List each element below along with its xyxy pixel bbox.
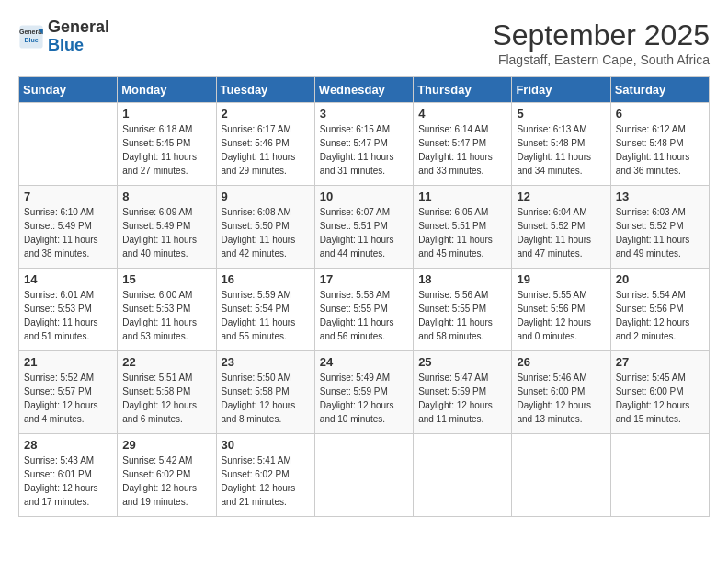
day-info: Sunrise: 6:10 AM Sunset: 5:49 PM Dayligh… (24, 205, 112, 260)
day-info: Sunrise: 5:58 AM Sunset: 5:55 PM Dayligh… (320, 288, 408, 343)
day-info: Sunrise: 5:54 AM Sunset: 5:56 PM Dayligh… (616, 288, 704, 343)
day-number: 3 (320, 107, 408, 121)
day-info: Sunrise: 6:08 AM Sunset: 5:50 PM Dayligh… (222, 205, 310, 260)
calendar-cell: 18Sunrise: 5:56 AM Sunset: 5:55 PM Dayli… (414, 269, 512, 351)
day-info: Sunrise: 5:55 AM Sunset: 5:56 PM Dayligh… (517, 288, 605, 343)
day-info: Sunrise: 6:14 AM Sunset: 5:47 PM Dayligh… (418, 122, 506, 178)
calendar-cell: 27Sunrise: 5:45 AM Sunset: 6:00 PM Dayli… (610, 351, 709, 434)
calendar-cell: 6Sunrise: 6:12 AM Sunset: 5:48 PM Daylig… (610, 103, 709, 186)
calendar-week-row: 14Sunrise: 6:01 AM Sunset: 5:53 PM Dayli… (19, 269, 710, 351)
calendar-cell: 11Sunrise: 6:05 AM Sunset: 5:51 PM Dayli… (414, 186, 512, 269)
day-number: 15 (122, 272, 210, 286)
calendar-week-row: 28Sunrise: 5:43 AM Sunset: 6:01 PM Dayli… (19, 434, 710, 517)
day-info: Sunrise: 6:17 AM Sunset: 5:46 PM Dayligh… (222, 122, 310, 178)
day-number: 13 (616, 190, 704, 203)
calendar-cell: 22Sunrise: 5:51 AM Sunset: 5:58 PM Dayli… (118, 351, 216, 434)
day-number: 19 (517, 272, 605, 286)
day-number: 16 (222, 272, 310, 286)
logo-blue: Blue (48, 37, 109, 55)
day-number: 14 (24, 272, 112, 286)
day-number: 27 (616, 355, 704, 369)
logo-general: General (48, 18, 109, 37)
calendar-week-row: 21Sunrise: 5:52 AM Sunset: 5:57 PM Dayli… (19, 351, 710, 434)
day-info: Sunrise: 5:59 AM Sunset: 5:54 PM Dayligh… (222, 288, 310, 343)
day-number: 8 (122, 190, 210, 203)
calendar-cell: 25Sunrise: 5:47 AM Sunset: 5:59 PM Dayli… (414, 351, 512, 434)
day-info: Sunrise: 5:56 AM Sunset: 5:55 PM Dayligh… (418, 288, 506, 343)
day-number: 29 (122, 438, 210, 452)
calendar-cell: 23Sunrise: 5:50 AM Sunset: 5:58 PM Dayli… (216, 351, 314, 434)
day-number: 28 (24, 438, 112, 452)
day-info: Sunrise: 6:00 AM Sunset: 5:53 PM Dayligh… (122, 288, 210, 343)
calendar-cell: 21Sunrise: 5:52 AM Sunset: 5:57 PM Dayli… (19, 351, 118, 434)
calendar-cell (19, 103, 118, 186)
calendar-week-row: 7Sunrise: 6:10 AM Sunset: 5:49 PM Daylig… (19, 186, 710, 269)
calendar-cell: 20Sunrise: 5:54 AM Sunset: 5:56 PM Dayli… (610, 269, 709, 351)
calendar-cell: 5Sunrise: 6:13 AM Sunset: 5:48 PM Daylig… (512, 103, 610, 186)
column-header-monday: Monday (118, 77, 216, 103)
day-number: 1 (122, 107, 210, 121)
calendar-header-row: SundayMondayTuesdayWednesdayThursdayFrid… (19, 77, 710, 103)
day-info: Sunrise: 6:03 AM Sunset: 5:52 PM Dayligh… (616, 205, 704, 260)
calendar-cell: 4Sunrise: 6:14 AM Sunset: 5:47 PM Daylig… (414, 103, 512, 186)
calendar-cell: 10Sunrise: 6:07 AM Sunset: 5:51 PM Dayli… (314, 186, 413, 269)
day-info: Sunrise: 5:41 AM Sunset: 6:02 PM Dayligh… (222, 454, 310, 509)
title-section: September 2025 Flagstaff, Eastern Cape, … (492, 18, 710, 67)
calendar-cell: 15Sunrise: 6:00 AM Sunset: 5:53 PM Dayli… (118, 269, 216, 351)
day-info: Sunrise: 5:52 AM Sunset: 5:57 PM Dayligh… (24, 371, 112, 426)
calendar-cell: 13Sunrise: 6:03 AM Sunset: 5:52 PM Dayli… (610, 186, 709, 269)
calendar-cell: 3Sunrise: 6:15 AM Sunset: 5:47 PM Daylig… (314, 103, 413, 186)
day-number: 21 (24, 355, 112, 369)
day-info: Sunrise: 5:49 AM Sunset: 5:59 PM Dayligh… (320, 371, 408, 426)
day-number: 20 (616, 272, 704, 286)
day-number: 10 (320, 190, 408, 203)
day-number: 30 (222, 438, 310, 452)
column-header-saturday: Saturday (610, 77, 709, 103)
day-info: Sunrise: 6:04 AM Sunset: 5:52 PM Dayligh… (517, 205, 605, 260)
calendar-cell: 30Sunrise: 5:41 AM Sunset: 6:02 PM Dayli… (216, 434, 314, 517)
month-title: September 2025 (492, 18, 710, 52)
day-number: 2 (222, 107, 310, 121)
calendar-cell: 24Sunrise: 5:49 AM Sunset: 5:59 PM Dayli… (314, 351, 413, 434)
day-number: 5 (517, 107, 605, 121)
calendar-cell: 16Sunrise: 5:59 AM Sunset: 5:54 PM Dayli… (216, 269, 314, 351)
day-number: 26 (517, 355, 605, 369)
calendar-cell (414, 434, 512, 517)
day-info: Sunrise: 5:51 AM Sunset: 5:58 PM Dayligh… (122, 371, 210, 426)
day-info: Sunrise: 5:42 AM Sunset: 6:02 PM Dayligh… (122, 454, 210, 509)
calendar-cell (610, 434, 709, 517)
day-number: 6 (616, 107, 704, 121)
location-subtitle: Flagstaff, Eastern Cape, South Africa (492, 52, 710, 67)
page-header: General Blue General Blue September 2025… (18, 18, 710, 67)
column-header-wednesday: Wednesday (314, 77, 413, 103)
day-info: Sunrise: 5:47 AM Sunset: 5:59 PM Dayligh… (418, 371, 506, 426)
day-info: Sunrise: 6:13 AM Sunset: 5:48 PM Dayligh… (517, 122, 605, 178)
day-info: Sunrise: 6:15 AM Sunset: 5:47 PM Dayligh… (320, 122, 408, 178)
calendar-cell: 12Sunrise: 6:04 AM Sunset: 5:52 PM Dayli… (512, 186, 610, 269)
day-info: Sunrise: 5:45 AM Sunset: 6:00 PM Dayligh… (616, 371, 704, 426)
column-header-sunday: Sunday (19, 77, 118, 103)
column-header-tuesday: Tuesday (216, 77, 314, 103)
column-header-thursday: Thursday (414, 77, 512, 103)
day-info: Sunrise: 6:18 AM Sunset: 5:45 PM Dayligh… (122, 122, 210, 178)
day-info: Sunrise: 5:46 AM Sunset: 6:00 PM Dayligh… (517, 371, 605, 426)
day-number: 7 (24, 190, 112, 203)
logo: General Blue General Blue (18, 18, 109, 55)
calendar-cell (512, 434, 610, 517)
svg-text:Blue: Blue (24, 36, 38, 42)
calendar-cell: 26Sunrise: 5:46 AM Sunset: 6:00 PM Dayli… (512, 351, 610, 434)
day-info: Sunrise: 6:05 AM Sunset: 5:51 PM Dayligh… (418, 205, 506, 260)
day-number: 11 (418, 190, 506, 203)
day-info: Sunrise: 5:50 AM Sunset: 5:58 PM Dayligh… (222, 371, 310, 426)
calendar-cell: 8Sunrise: 6:09 AM Sunset: 5:49 PM Daylig… (118, 186, 216, 269)
day-info: Sunrise: 6:09 AM Sunset: 5:49 PM Dayligh… (122, 205, 210, 260)
calendar-cell: 19Sunrise: 5:55 AM Sunset: 5:56 PM Dayli… (512, 269, 610, 351)
day-number: 23 (222, 355, 310, 369)
day-info: Sunrise: 6:07 AM Sunset: 5:51 PM Dayligh… (320, 205, 408, 260)
day-info: Sunrise: 5:43 AM Sunset: 6:01 PM Dayligh… (24, 454, 112, 509)
day-number: 25 (418, 355, 506, 369)
calendar-cell: 29Sunrise: 5:42 AM Sunset: 6:02 PM Dayli… (118, 434, 216, 517)
day-number: 12 (517, 190, 605, 203)
day-number: 17 (320, 272, 408, 286)
day-number: 4 (418, 107, 506, 121)
